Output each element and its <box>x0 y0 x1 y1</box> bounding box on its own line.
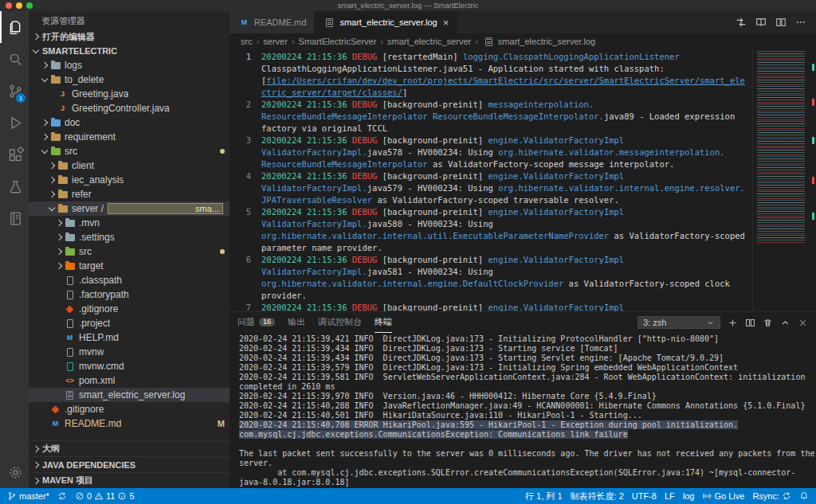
chevron-spacer <box>41 420 49 428</box>
tree-item-pom-xml[interactable]: <>pom.xml <box>29 373 230 388</box>
tree-item-smart-electric-server-log[interactable]: smart_electric_server.log <box>29 388 230 402</box>
encoding-setting[interactable]: UTF-8 <box>628 488 661 504</box>
terminal-selector[interactable]: 3: zsh <box>638 316 720 329</box>
workspace-header[interactable]: SMARTELECTRIC <box>29 44 230 58</box>
file-file-icon <box>64 289 76 300</box>
git-branch-button[interactable]: master* <box>3 488 53 504</box>
open-changes-icon[interactable] <box>736 17 747 28</box>
panel-tab-terminal[interactable]: 终端 <box>375 312 392 333</box>
tree-item-mvnw-cmd[interactable]: mvnw.cmd <box>29 359 230 373</box>
panel-tab-debug-console[interactable]: 调试控制台 <box>318 312 362 333</box>
go-live-button[interactable]: Go Live <box>698 488 748 504</box>
tree-item-to-delete[interactable]: to_delete <box>29 72 230 87</box>
editor-tab-readme-md[interactable]: MREADME.md <box>230 11 315 33</box>
tree-item-target[interactable]: target <box>29 259 230 273</box>
tree-item-doc[interactable]: doc <box>29 115 230 130</box>
chevron-spacer <box>55 276 63 284</box>
chevron-right-icon <box>55 219 63 227</box>
more-actions-icon[interactable] <box>795 17 806 28</box>
git-modified-dot <box>220 249 225 254</box>
split-editor-icon[interactable] <box>775 17 787 28</box>
breadcrumb-item[interactable]: server <box>263 37 288 46</box>
sidebar-section-maven-projects[interactable]: MAVEN 项目 <box>29 472 230 488</box>
language-mode[interactable]: log <box>679 488 699 504</box>
cursor-position[interactable]: 行 1, 列 1 <box>521 488 566 504</box>
close-panel-button[interactable] <box>798 318 808 328</box>
problems-button[interactable]: 0 11 5 <box>71 488 139 504</box>
terminal-output[interactable]: 2020-02-24 21:15:39,421 INFO DirectJDKLo… <box>230 333 816 488</box>
tree-item-label: .gitignore <box>65 404 104 415</box>
sync-changes-button[interactable] <box>53 488 71 504</box>
minimap[interactable] <box>752 49 816 311</box>
panel-tab-output[interactable]: 输出 <box>288 312 305 333</box>
notifications-button[interactable] <box>795 488 813 504</box>
new-terminal-button[interactable] <box>728 318 738 328</box>
tree-item-label: src <box>65 146 77 157</box>
tree-item-classpath[interactable]: .classpath <box>29 273 230 287</box>
sidebar-section-java-dependencies[interactable]: JAVA DEPENDENCIES <box>29 456 230 472</box>
git-file-icon <box>64 303 76 315</box>
tree-item-factorypath[interactable]: .factorypath <box>29 287 230 302</box>
md-file-icon: M <box>238 17 250 28</box>
tree-item-label: smart_electric_server.log <box>79 389 185 400</box>
eol-setting[interactable]: LF <box>661 488 679 504</box>
window-title: smart_electric_server.log — SmartElectri… <box>0 0 816 11</box>
tree-item-readme-md[interactable]: MREADME.mdM <box>29 416 230 431</box>
search-icon[interactable] <box>0 43 29 75</box>
open-editors-header[interactable]: 打开的编辑器 <box>29 29 230 44</box>
notebook-icon[interactable] <box>0 202 29 234</box>
folder-icon <box>57 160 69 171</box>
tree-item-src[interactable]: src <box>29 144 230 158</box>
maximize-panel-button[interactable] <box>780 318 790 328</box>
error-icon <box>75 491 84 501</box>
line-number: 3 <box>230 135 261 170</box>
kill-terminal-button[interactable] <box>763 318 773 328</box>
tree-item-iec-analysis[interactable]: iec_analysis <box>29 173 230 187</box>
source-control-icon[interactable]: 1 <box>0 75 29 107</box>
rename-input[interactable]: sma... <box>108 203 223 214</box>
extensions-icon[interactable] <box>0 139 29 170</box>
tree-item-help-md[interactable]: MHELP.md <box>29 330 230 345</box>
minimize-window-button[interactable] <box>16 2 22 9</box>
sidebar-section-outline[interactable]: 大纲 <box>29 440 230 456</box>
close-tab-icon[interactable]: × <box>443 18 449 28</box>
line-number: 1 <box>230 51 261 99</box>
chevron-spacer <box>55 291 63 299</box>
tree-item-logs[interactable]: logs <box>29 58 230 72</box>
breadcrumb-item[interactable]: SmartElectricServer <box>299 37 377 46</box>
close-window-button[interactable] <box>6 2 12 9</box>
file-file-icon <box>64 361 76 372</box>
tree-item-greetingcontroller-java[interactable]: JGreetingController.java <box>29 101 230 115</box>
editor-tab-smart-electric-server-log[interactable]: smart_electric_server.log× <box>315 11 457 33</box>
log-line-text: 20200224 21:15:36 DEBUG [background-prei… <box>261 135 752 170</box>
log-file-icon <box>483 36 495 47</box>
tree-item-client[interactable]: client <box>29 158 230 173</box>
tree-item-greeting-java[interactable]: JGreeting.java <box>29 87 230 101</box>
editor-content[interactable]: 120200224 21:15:36 DEBUG [restartedMain]… <box>230 49 752 311</box>
zoom-window-button[interactable] <box>26 2 33 9</box>
tree-item-settings[interactable]: .settings <box>29 230 230 244</box>
tree-item-mvn[interactable]: .mvn <box>29 216 230 230</box>
tree-item-gitignore[interactable]: .gitignore <box>29 402 230 416</box>
rsync-status[interactable]: Rsync: <box>748 488 795 504</box>
breadcrumb-item[interactable]: smart_electric_server <box>387 37 471 46</box>
indentation-setting[interactable]: 制表符长度: 2 <box>567 488 628 504</box>
tree-item-src[interactable]: src <box>29 244 230 259</box>
tree-item-mvnw[interactable]: mvnw <box>29 345 230 359</box>
tree-item-refer[interactable]: refer <box>29 187 230 201</box>
md-file-icon: M <box>64 332 76 343</box>
tree-item-project[interactable]: .project <box>29 316 230 330</box>
testing-icon[interactable] <box>0 170 29 202</box>
explorer-icon[interactable] <box>0 11 29 43</box>
panel-tab-problems[interactable]: 问题16 <box>237 312 275 333</box>
breadcrumb-item[interactable]: src <box>241 37 253 46</box>
run-and-debug-icon[interactable] <box>0 107 29 139</box>
open-preview-icon[interactable] <box>755 17 767 28</box>
tree-item-requirement[interactable]: requirement <box>29 130 230 144</box>
tree-item-gitignore[interactable]: .gitignore <box>29 302 230 316</box>
split-terminal-button[interactable] <box>745 318 755 328</box>
settings-icon[interactable] <box>0 456 29 488</box>
tree-item-server[interactable]: server /sma... <box>29 201 230 216</box>
chevron-spacer <box>55 319 63 327</box>
breadcrumb-item[interactable]: smart_electric_server.log <box>482 36 595 47</box>
